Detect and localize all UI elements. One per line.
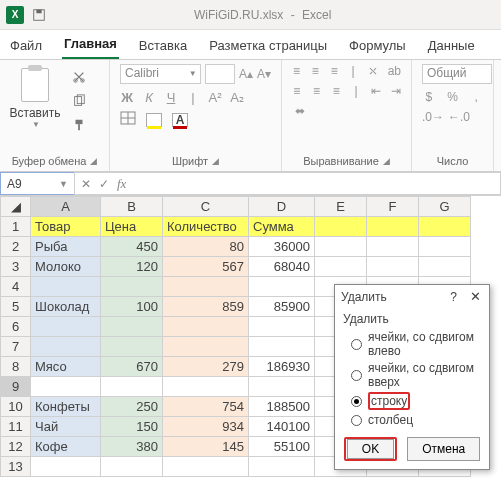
cell[interactable]: 567 — [163, 257, 249, 277]
wrap-text-icon[interactable]: ab — [388, 64, 401, 78]
tab-home[interactable]: Главная — [62, 30, 119, 59]
cell[interactable]: 859 — [163, 297, 249, 317]
decrease-indent-icon[interactable]: ⇤ — [371, 84, 381, 98]
row-header[interactable]: 5 — [1, 297, 31, 317]
underline-button[interactable]: Ч — [164, 90, 178, 105]
col-header-C[interactable]: C — [163, 197, 249, 217]
cell[interactable]: 380 — [101, 437, 163, 457]
cell[interactable]: 186930 — [249, 357, 315, 377]
cell[interactable] — [163, 457, 249, 477]
col-header-A[interactable]: A — [31, 197, 101, 217]
cell[interactable] — [163, 377, 249, 397]
format-painter-icon[interactable] — [70, 116, 88, 134]
name-box[interactable]: A9 ▼ — [0, 172, 74, 195]
cell[interactable] — [101, 457, 163, 477]
dialog-launcher-icon[interactable]: ◢ — [383, 156, 390, 166]
row-header[interactable]: 13 — [1, 457, 31, 477]
col-header-G[interactable]: G — [419, 197, 471, 217]
font-name-select[interactable]: Calibri▼ — [120, 64, 201, 84]
radio-row[interactable]: строку — [351, 392, 481, 410]
cancel-button[interactable]: Отмена — [407, 437, 480, 461]
row-header[interactable]: 9 — [1, 377, 31, 397]
select-all-corner[interactable]: ◢ — [1, 197, 31, 217]
row-header[interactable]: 8 — [1, 357, 31, 377]
cell[interactable]: 120 — [101, 257, 163, 277]
bold-button[interactable]: Ж — [120, 90, 134, 105]
cell[interactable]: 55100 — [249, 437, 315, 457]
cell[interactable]: Товар — [31, 217, 101, 237]
cell[interactable]: 140100 — [249, 417, 315, 437]
row-header[interactable]: 1 — [1, 217, 31, 237]
cell[interactable]: Рыба — [31, 237, 101, 257]
tab-insert[interactable]: Вставка — [137, 32, 189, 59]
cell[interactable] — [101, 317, 163, 337]
cell[interactable]: 68040 — [249, 257, 315, 277]
close-icon[interactable]: ✕ — [467, 289, 483, 304]
help-icon[interactable]: ? — [450, 290, 457, 304]
cell[interactable] — [101, 377, 163, 397]
tab-file[interactable]: Файл — [8, 32, 44, 59]
increase-font-icon[interactable]: A▴ — [239, 67, 253, 81]
cell[interactable]: 100 — [101, 297, 163, 317]
radio-column[interactable]: столбец — [351, 413, 481, 427]
cell[interactable]: 188500 — [249, 397, 315, 417]
enter-formula-icon[interactable]: ✓ — [99, 177, 109, 191]
cell[interactable] — [249, 337, 315, 357]
align-left-icon[interactable]: ≡ — [292, 84, 302, 98]
col-header-F[interactable]: F — [367, 197, 419, 217]
cell[interactable] — [31, 377, 101, 397]
cell[interactable] — [249, 317, 315, 337]
number-format-select[interactable]: Общий — [422, 64, 492, 84]
cell[interactable] — [367, 217, 419, 237]
tab-data[interactable]: Данные — [426, 32, 477, 59]
copy-icon[interactable] — [70, 92, 88, 110]
cell[interactable]: 450 — [101, 237, 163, 257]
cell[interactable]: 670 — [101, 357, 163, 377]
tab-page-layout[interactable]: Разметка страницы — [207, 32, 329, 59]
cell[interactable] — [163, 317, 249, 337]
align-top-icon[interactable]: ≡ — [292, 64, 301, 78]
borders-icon[interactable] — [120, 111, 136, 128]
percent-icon[interactable]: % — [446, 90, 460, 104]
cell[interactable] — [419, 217, 471, 237]
col-header-E[interactable]: E — [315, 197, 367, 217]
cell[interactable] — [249, 377, 315, 397]
cell[interactable] — [419, 237, 471, 257]
cell[interactable] — [163, 277, 249, 297]
cell[interactable]: Мясо — [31, 357, 101, 377]
decrease-decimal-icon[interactable]: ←.0 — [448, 110, 464, 124]
chevron-down-icon[interactable]: ▼ — [59, 179, 68, 189]
fx-icon[interactable]: fx — [117, 176, 126, 192]
cell[interactable]: Шоколад — [31, 297, 101, 317]
tab-formulas[interactable]: Формулы — [347, 32, 408, 59]
cell[interactable]: Сумма — [249, 217, 315, 237]
cell[interactable]: Чай — [31, 417, 101, 437]
align-center-icon[interactable]: ≡ — [312, 84, 322, 98]
fill-color-icon[interactable] — [146, 113, 162, 127]
row-header[interactable]: 11 — [1, 417, 31, 437]
cell[interactable]: 754 — [163, 397, 249, 417]
row-header[interactable]: 6 — [1, 317, 31, 337]
radio-shift-left[interactable]: ячейки, со сдвигом влево — [351, 330, 481, 358]
table-row[interactable]: 2Рыба4508036000 — [1, 237, 471, 257]
col-header-B[interactable]: B — [101, 197, 163, 217]
cell[interactable]: Количество — [163, 217, 249, 237]
row-header[interactable]: 3 — [1, 257, 31, 277]
dialog-launcher-icon[interactable]: ◢ — [90, 156, 97, 166]
table-row[interactable]: 1 Товар Цена Количество Сумма — [1, 217, 471, 237]
col-header-D[interactable]: D — [249, 197, 315, 217]
cell[interactable]: 145 — [163, 437, 249, 457]
table-row[interactable]: 3Молоко12056768040 — [1, 257, 471, 277]
row-header[interactable]: 4 — [1, 277, 31, 297]
align-bottom-icon[interactable]: ≡ — [330, 64, 339, 78]
cell[interactable]: Кофе — [31, 437, 101, 457]
cell[interactable] — [163, 337, 249, 357]
ok-button[interactable]: OK — [347, 439, 394, 459]
chevron-down-icon[interactable]: ▼ — [32, 120, 40, 129]
cell[interactable] — [315, 237, 367, 257]
cell[interactable] — [367, 237, 419, 257]
cell[interactable] — [31, 277, 101, 297]
cell[interactable]: 36000 — [249, 237, 315, 257]
cell[interactable] — [101, 337, 163, 357]
superscript-icon[interactable]: A² — [208, 90, 222, 105]
